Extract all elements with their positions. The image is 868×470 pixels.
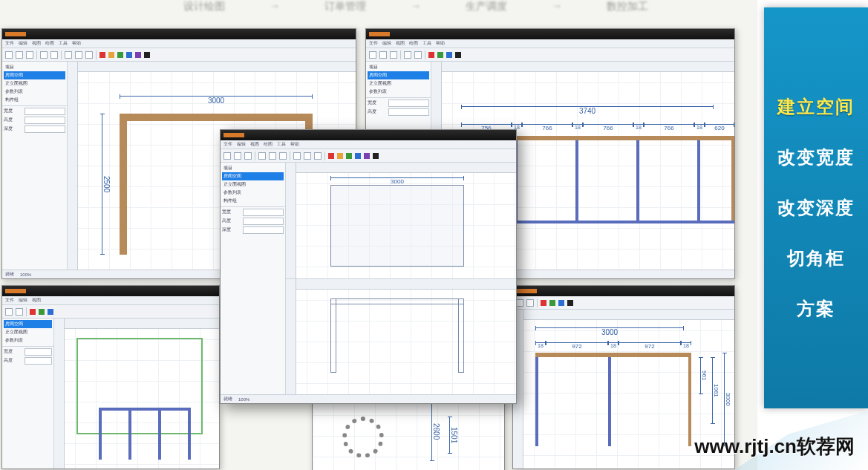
color-swatch[interactable] <box>328 153 334 159</box>
drawing-viewport-elev[interactable] <box>286 279 516 395</box>
prop-input[interactable] <box>25 108 65 115</box>
prop-input[interactable] <box>243 226 284 234</box>
titlebar[interactable] <box>513 286 734 296</box>
menubar[interactable]: 文件编辑视图 <box>2 296 219 305</box>
color-swatch[interactable] <box>39 309 45 315</box>
tree-view[interactable]: 项目 房间空间 正立面视图 参数列表 <box>366 62 431 97</box>
color-swatch[interactable] <box>428 52 434 58</box>
tree-item[interactable]: 参数列表 <box>4 88 65 96</box>
prop-input[interactable] <box>243 209 284 216</box>
color-swatch[interactable] <box>117 52 123 58</box>
nav-link-scheme[interactable]: 方案 <box>797 297 835 321</box>
paste-icon[interactable] <box>279 152 287 160</box>
color-swatch[interactable] <box>558 300 564 306</box>
tree-item[interactable]: 构件组 <box>222 197 284 205</box>
new-icon[interactable] <box>369 51 376 59</box>
new-icon[interactable] <box>5 51 13 59</box>
cut-icon[interactable] <box>258 152 266 160</box>
nav-link-change-depth[interactable]: 改变深度 <box>777 196 855 220</box>
color-swatch[interactable] <box>355 153 361 159</box>
prop-input[interactable] <box>25 117 65 124</box>
color-swatch[interactable] <box>364 153 370 159</box>
zoom-out-icon[interactable] <box>414 51 422 59</box>
tree-item[interactable]: 项目 <box>368 63 429 71</box>
drawing-viewport-plan[interactable]: 3000 <box>286 163 516 279</box>
color-swatch[interactable] <box>567 300 573 306</box>
redo-icon[interactable] <box>50 51 58 59</box>
color-swatch[interactable] <box>48 309 53 315</box>
tree-item[interactable]: 正立面视图 <box>368 79 429 88</box>
color-swatch[interactable] <box>455 52 461 58</box>
color-swatch[interactable] <box>446 52 452 58</box>
color-swatch[interactable] <box>549 300 555 306</box>
zoom-in-icon[interactable] <box>404 51 411 59</box>
zoom-out-icon[interactable] <box>304 152 311 160</box>
zoom-out-icon[interactable] <box>75 51 82 59</box>
drawing-viewport[interactable] <box>54 319 219 469</box>
toolbar[interactable] <box>2 48 356 62</box>
open-icon[interactable] <box>16 51 23 59</box>
tree-item[interactable]: 项目 <box>4 63 65 71</box>
open-icon[interactable] <box>234 152 241 160</box>
tree-item-selected[interactable]: 房间空间 <box>368 71 429 79</box>
color-swatch[interactable] <box>373 153 379 159</box>
nav-link-corner-cabinet[interactable]: 切角柜 <box>787 247 845 270</box>
menubar[interactable]: 文件编辑视图绘图工具帮助 <box>2 39 356 48</box>
toolbar[interactable] <box>221 149 516 163</box>
new-icon[interactable] <box>516 299 523 307</box>
prop-input[interactable] <box>243 218 284 225</box>
prop-input[interactable] <box>388 99 429 107</box>
prop-input[interactable] <box>25 348 52 356</box>
tree-view[interactable]: 项目 房间空间 正立面视图 参数列表 构件组 <box>2 62 67 105</box>
tree-item[interactable]: 参数列表 <box>4 336 52 345</box>
prop-input[interactable] <box>25 357 52 365</box>
titlebar[interactable] <box>221 130 516 140</box>
toolbar[interactable] <box>2 305 219 319</box>
save-icon[interactable] <box>526 299 534 307</box>
zoom-fit-icon[interactable] <box>314 152 322 160</box>
save-icon[interactable] <box>26 51 33 59</box>
save-icon[interactable] <box>390 51 397 59</box>
color-swatch[interactable] <box>30 309 36 315</box>
color-swatch[interactable] <box>541 300 546 306</box>
titlebar[interactable] <box>366 29 734 39</box>
color-swatch[interactable] <box>108 52 114 58</box>
color-swatch[interactable] <box>346 153 352 159</box>
save-icon[interactable] <box>16 308 23 316</box>
zoom-fit-icon[interactable] <box>85 51 93 59</box>
color-swatch[interactable] <box>99 52 105 58</box>
tree-item[interactable]: 项目 <box>222 164 284 172</box>
tree-item[interactable]: 构件组 <box>4 96 65 104</box>
new-icon[interactable] <box>223 152 231 160</box>
toolbar[interactable] <box>366 48 734 62</box>
tree-item[interactable]: 参数列表 <box>368 88 429 96</box>
open-icon[interactable] <box>379 51 387 59</box>
tree-item-selected[interactable]: 房间空间 <box>222 172 284 180</box>
titlebar[interactable] <box>2 29 356 39</box>
undo-icon[interactable] <box>40 51 48 59</box>
nav-link-establish-space[interactable]: 建立空间 <box>777 95 855 119</box>
tree-view[interactable]: 房间空间 正立面视图 参数列表 <box>2 319 53 346</box>
tree-item[interactable]: 正立面视图 <box>4 79 65 88</box>
tree-item-selected[interactable]: 房间空间 <box>4 320 52 328</box>
menubar[interactable]: 文件编辑视图绘图工具帮助 <box>221 140 516 149</box>
color-swatch[interactable] <box>126 52 132 58</box>
copy-icon[interactable] <box>269 152 276 160</box>
tree-view[interactable]: 项目 房间空间 正立面视图 参数列表 构件组 <box>221 163 285 206</box>
toolbar[interactable] <box>513 296 734 310</box>
color-swatch[interactable] <box>337 153 343 159</box>
prop-input[interactable] <box>388 108 429 116</box>
color-swatch[interactable] <box>144 52 150 58</box>
zoom-in-icon[interactable] <box>65 51 72 59</box>
drawing-viewport[interactable]: 2600 1501 <box>313 394 504 470</box>
tree-item-selected[interactable]: 房间空间 <box>4 71 65 79</box>
prop-input[interactable] <box>25 125 65 133</box>
color-swatch[interactable] <box>135 52 141 58</box>
menubar[interactable]: 文件编辑视图绘图工具帮助 <box>366 39 734 48</box>
titlebar[interactable] <box>2 286 219 296</box>
new-icon[interactable] <box>5 308 13 316</box>
save-icon[interactable] <box>244 152 252 160</box>
tree-item[interactable]: 正立面视图 <box>4 328 52 336</box>
zoom-in-icon[interactable] <box>293 152 301 160</box>
color-swatch[interactable] <box>437 52 443 58</box>
